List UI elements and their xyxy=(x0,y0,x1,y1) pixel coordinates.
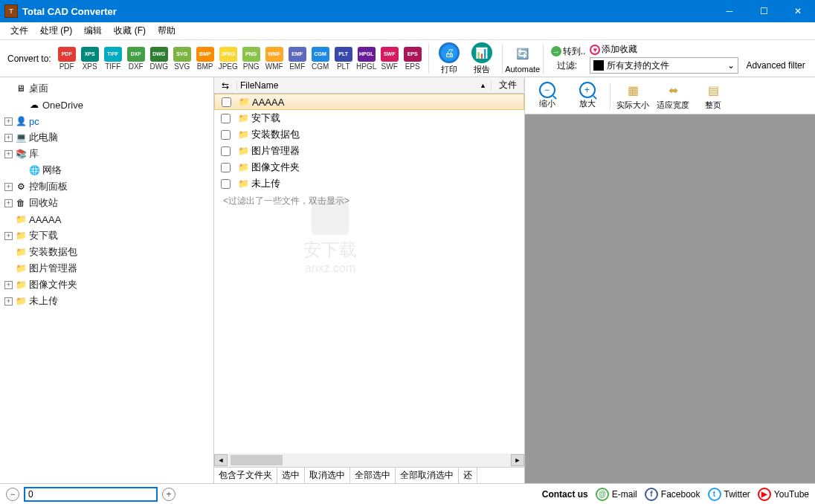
plus-button[interactable]: + xyxy=(162,488,175,501)
view-icon: ⬌ xyxy=(663,80,683,100)
format-dwg[interactable]: DWGDWG xyxy=(148,47,170,71)
file-row[interactable]: 📁AAAAA xyxy=(214,94,524,110)
footer-btn-0[interactable]: 包含子文件夹 xyxy=(214,468,277,483)
file-row[interactable]: 📁图像文件夹 xyxy=(214,159,524,175)
format-hpgl[interactable]: HPGLHPGL xyxy=(355,47,378,71)
format-svg[interactable]: SVGSVG xyxy=(171,47,193,71)
tree-item-6[interactable]: +⚙控制面板 xyxy=(0,178,213,195)
format-swf[interactable]: SWFSWF xyxy=(378,47,401,71)
tree-item-8[interactable]: 📁AAAAA xyxy=(0,211,213,227)
menu-3[interactable]: 收藏 (F) xyxy=(108,23,152,39)
expand-icon[interactable]: + xyxy=(4,281,13,289)
preview-btn-3[interactable]: ⬌适应宽度 xyxy=(655,80,691,111)
file-checkbox[interactable] xyxy=(221,146,231,156)
format-cgm[interactable]: CGMCGM xyxy=(309,47,332,71)
scroll-left-icon[interactable]: ◄ xyxy=(214,454,228,466)
file-row[interactable]: 📁图片管理器 xyxy=(214,143,524,159)
menu-1[interactable]: 处理 (P) xyxy=(34,23,78,39)
horizontal-scrollbar[interactable]: ◄ ► xyxy=(214,453,524,467)
tree-item-5[interactable]: 🌐网络 xyxy=(0,162,213,178)
format-pdf[interactable]: PDFPDF xyxy=(56,47,78,71)
preview-btn-4[interactable]: ▤整页 xyxy=(695,80,731,111)
header-arrow-icon[interactable]: ⇆ xyxy=(214,80,236,91)
expand-icon[interactable]: + xyxy=(4,297,13,306)
format-dxf[interactable]: DXFDXF xyxy=(125,47,147,71)
expand-icon[interactable]: + xyxy=(4,150,13,158)
social-youtube[interactable]: ▶YouTube xyxy=(758,488,809,501)
format-plt[interactable]: PLTPLT xyxy=(332,47,355,71)
format-bmp[interactable]: BMPBMP xyxy=(194,47,216,71)
tree-item-9[interactable]: +📁安下载 xyxy=(0,227,213,244)
tree-item-12[interactable]: +📁图像文件夹 xyxy=(0,277,213,293)
format-wmf[interactable]: WMFWMF xyxy=(263,47,286,71)
format-icon: EPS xyxy=(404,47,422,62)
tree-item-3[interactable]: +💻此电脑 xyxy=(0,129,213,146)
preview-btn-0[interactable]: −缩小 xyxy=(529,82,565,109)
report-icon: 📊 xyxy=(471,42,492,63)
preview-toolbar: −缩小+放大▦实际大小⬌适应宽度▤整页 xyxy=(525,77,815,114)
filtered-message[interactable]: <过滤出了一些文件，双击显示> xyxy=(214,192,524,210)
format-icon: TIFF xyxy=(104,47,122,62)
column-file[interactable]: 文件 xyxy=(492,79,524,91)
app-icon: T xyxy=(4,4,18,18)
social-e-mail[interactable]: @E-mail xyxy=(596,488,637,501)
tree-item-2[interactable]: +👤pc xyxy=(0,113,213,129)
column-filename[interactable]: FileName ▲ xyxy=(236,80,492,91)
menu-2[interactable]: 编辑 xyxy=(78,23,108,39)
tree-item-4[interactable]: +📚库 xyxy=(0,146,213,162)
print-button[interactable]: 🖨 打印 xyxy=(434,42,465,75)
expand-icon[interactable]: + xyxy=(4,232,13,240)
preview-btn-1[interactable]: +放大 xyxy=(570,82,605,109)
format-jpeg[interactable]: JPEGJPEG xyxy=(217,47,239,71)
file-checkbox[interactable] xyxy=(222,97,231,107)
file-checkbox[interactable] xyxy=(221,163,231,172)
scroll-thumb[interactable] xyxy=(231,455,283,465)
preview-btn-2[interactable]: ▦实际大小 xyxy=(615,80,651,111)
tree-item-13[interactable]: +📁未上传 xyxy=(0,293,213,309)
menu-4[interactable]: 帮助 xyxy=(152,23,181,39)
status-input[interactable] xyxy=(24,487,158,502)
favorite-button[interactable]: ♥ 添加收藏 xyxy=(590,43,805,56)
tree-item-1[interactable]: ☁OneDrive xyxy=(0,97,213,113)
footer-btn-5[interactable]: 还 xyxy=(459,468,477,483)
footer-btn-1[interactable]: 选中 xyxy=(277,468,305,483)
footer-btn-2[interactable]: 取消选中 xyxy=(305,468,350,483)
report-button[interactable]: 📊 报告 xyxy=(466,42,497,75)
maximize-button[interactable]: ☐ xyxy=(747,0,781,22)
file-row[interactable]: 📁安下载 xyxy=(214,110,524,126)
scroll-right-icon[interactable]: ► xyxy=(511,454,524,466)
file-checkbox[interactable] xyxy=(221,114,231,123)
file-checkbox[interactable] xyxy=(221,130,231,140)
close-button[interactable]: ✕ xyxy=(781,0,815,22)
goto-button[interactable]: → 转到.. xyxy=(551,45,586,58)
advanced-filter-link[interactable]: Advanced filter xyxy=(746,60,805,71)
format-emf[interactable]: EMFEMF xyxy=(286,47,309,71)
format-png[interactable]: PNGPNG xyxy=(240,47,262,71)
expand-icon[interactable]: + xyxy=(4,134,13,142)
minimize-button[interactable]: ─ xyxy=(712,0,747,22)
tree-item-0[interactable]: 🖥桌面 xyxy=(0,80,213,97)
format-eps[interactable]: EPSEPS xyxy=(402,47,424,71)
folder-icon: 📁 xyxy=(236,113,250,123)
file-row[interactable]: 📁未上传 xyxy=(214,175,524,192)
file-row[interactable]: 📁安装数据包 xyxy=(214,126,524,143)
footer-btn-3[interactable]: 全部选中 xyxy=(350,468,396,483)
format-xps[interactable]: XPSXPS xyxy=(79,47,101,71)
automate-button[interactable]: 🔄 Automate xyxy=(507,43,538,74)
tree-item-10[interactable]: 📁安装数据包 xyxy=(0,244,213,260)
minus-button[interactable]: − xyxy=(6,488,19,501)
footer-btn-4[interactable]: 全部取消选中 xyxy=(396,468,459,483)
social-facebook[interactable]: fFacebook xyxy=(645,488,700,501)
statusbar: − + Contact us @E-mailfFacebooktTwitter▶… xyxy=(0,483,815,504)
tree-item-7[interactable]: +🗑回收站 xyxy=(0,195,213,211)
filter-select[interactable]: 所有支持的文件 ⌄ xyxy=(590,57,738,74)
social-twitter[interactable]: tTwitter xyxy=(708,488,750,501)
expand-icon[interactable]: + xyxy=(4,199,13,207)
expand-icon[interactable]: + xyxy=(4,183,13,191)
format-tiff[interactable]: TIFFTIFF xyxy=(102,47,124,71)
expand-icon[interactable]: + xyxy=(4,117,13,126)
menu-0[interactable]: 文件 xyxy=(4,23,34,39)
file-checkbox[interactable] xyxy=(221,179,231,189)
folder-tree: 🖥桌面☁OneDrive+👤pc+💻此电脑+📚库🌐网络+⚙控制面板+🗑回收站📁A… xyxy=(0,77,214,483)
tree-item-11[interactable]: 📁图片管理器 xyxy=(0,260,213,277)
